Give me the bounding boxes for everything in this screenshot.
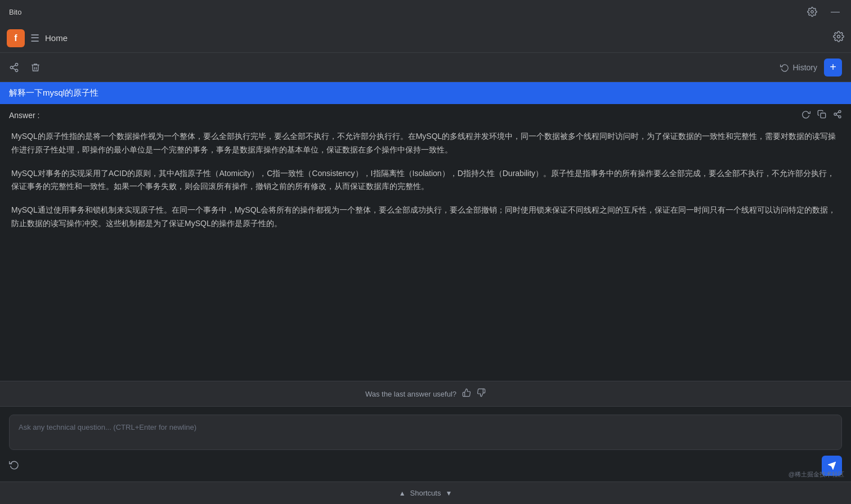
answer-paragraph-1: MySQL的原子性指的是将一个数据操作视为一个整体，要么全部执行完毕，要么全部不…: [11, 130, 840, 157]
thumbup-button[interactable]: [462, 388, 471, 399]
feedback-bar: Was the last answer useful?: [0, 381, 851, 407]
toolbar: History +: [0, 53, 851, 82]
svg-point-2: [15, 63, 18, 66]
app-logo[interactable]: f: [7, 29, 25, 47]
watermark: @稀土掘金技术社区: [789, 470, 844, 479]
title-bar-right: —: [805, 4, 842, 19]
minimize-button[interactable]: —: [828, 4, 842, 19]
add-icon: +: [830, 61, 836, 74]
nav-bar: f ☰ Home: [0, 24, 851, 53]
answer-paragraph-2: MySQL对事务的实现采用了ACID的原则，其中A指原子性（Atomicity）…: [11, 167, 840, 194]
trash-button[interactable]: [30, 62, 41, 73]
question-input[interactable]: [10, 415, 841, 448]
svg-point-4: [15, 69, 18, 72]
svg-line-6: [12, 65, 15, 66]
main-content: 解释一下mysql的原子性 Answer :: [0, 82, 851, 482]
svg-line-11: [836, 115, 839, 116]
svg-line-5: [12, 68, 15, 70]
shortcuts-label: Shortcuts: [410, 489, 441, 497]
title-bar: Bito —: [0, 0, 851, 24]
toolbar-right: History +: [780, 58, 842, 76]
thumbdown-button[interactable]: [477, 388, 486, 399]
svg-point-1: [837, 35, 840, 38]
svg-point-9: [834, 113, 836, 115]
answer-body: MySQL的原子性指的是将一个数据操作视为一个整体，要么全部执行完毕，要么全部不…: [0, 125, 851, 381]
toolbar-left: [9, 62, 41, 73]
history-label: History: [792, 63, 817, 72]
nav-home-label: Home: [45, 33, 68, 43]
question-bar: 解释一下mysql的原子性: [0, 82, 851, 104]
app-title: Bito: [9, 8, 21, 16]
svg-point-8: [839, 110, 841, 112]
answer-header: Answer :: [0, 104, 851, 125]
answer-label: Answer :: [9, 111, 39, 120]
input-bottom-row: [0, 452, 851, 482]
history-button[interactable]: History: [780, 63, 817, 72]
add-button[interactable]: +: [824, 58, 842, 76]
settings-button[interactable]: [805, 4, 819, 19]
nav-settings-button[interactable]: [833, 31, 844, 45]
svg-rect-7: [821, 113, 826, 118]
menu-icon[interactable]: ☰: [30, 32, 39, 44]
answer-section: Answer :: [0, 104, 851, 381]
svg-marker-14: [828, 462, 835, 469]
svg-point-10: [839, 116, 841, 118]
title-bar-left: Bito: [9, 8, 21, 16]
input-area[interactable]: [9, 415, 842, 450]
question-text: 解释一下mysql的原子性: [9, 88, 98, 97]
shortcuts-chevron-down: ▼: [445, 489, 452, 497]
nav-left: f ☰ Home: [7, 29, 68, 47]
svg-line-12: [836, 112, 839, 114]
svg-point-0: [811, 11, 814, 14]
shortcuts-bar[interactable]: ▲ Shortcuts ▼: [0, 482, 851, 504]
share-button[interactable]: [9, 62, 19, 73]
share-answer-button[interactable]: [833, 110, 842, 121]
undo-button[interactable]: [9, 460, 19, 472]
answer-actions: [801, 110, 842, 121]
shortcuts-chevron-up: ▲: [399, 489, 406, 497]
answer-paragraph-3: MySQL通过使用事务和锁机制来实现原子性。在同一个事务中，MySQL会将所有的…: [11, 204, 840, 231]
svg-point-3: [10, 66, 13, 69]
refresh-answer-button[interactable]: [801, 110, 810, 121]
copy-answer-button[interactable]: [817, 110, 826, 121]
feedback-text: Was the last answer useful?: [365, 390, 456, 398]
